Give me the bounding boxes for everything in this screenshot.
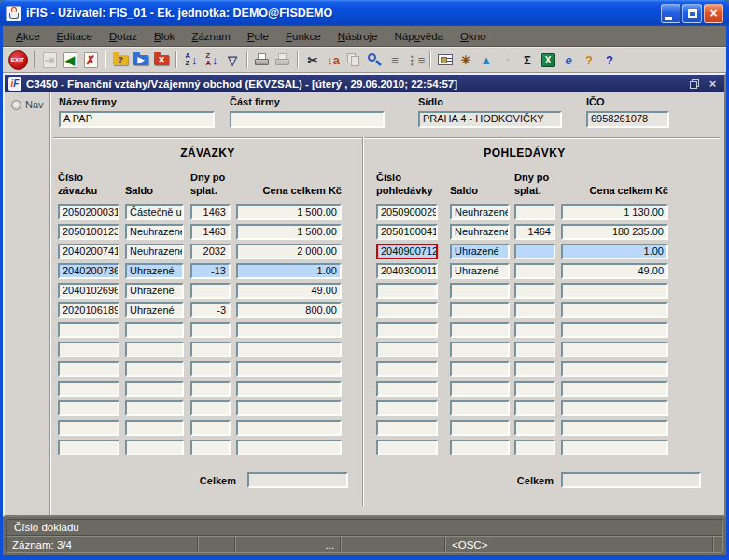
close-button[interactable]: ×: [704, 4, 723, 23]
pohledavky-row-2-cena[interactable]: 180 235.00: [561, 224, 668, 240]
pohledavky-row-7-cislo[interactable]: [376, 322, 438, 338]
exit-button[interactable]: EXIT: [6, 49, 30, 70]
pohledavky-row-3-cena[interactable]: 1.00: [561, 244, 668, 259]
maximize-button[interactable]: [682, 4, 702, 23]
pohledavky-row-1-cena[interactable]: 1 130.00: [561, 204, 668, 220]
ico-field[interactable]: 6958261078: [586, 111, 669, 128]
pohledavky-row-12-cislo[interactable]: [376, 420, 438, 436]
pohledavky-row-12-saldo[interactable]: [450, 420, 510, 436]
pohledavky-row-8-saldo[interactable]: [450, 342, 510, 357]
pohledavky-row-11-dny[interactable]: [514, 400, 555, 416]
cancel-query-icon[interactable]: ✕: [151, 49, 172, 70]
pohledavky-row-4-dny[interactable]: [514, 263, 555, 279]
menu-okno[interactable]: Okno: [452, 28, 495, 45]
mdi-restore-button[interactable]: [686, 77, 702, 91]
menu-editace[interactable]: Editace: [49, 28, 101, 45]
filter-icon[interactable]: ▽: [222, 49, 243, 70]
nazev-firmy-field[interactable]: A PAP: [59, 111, 215, 128]
pohledavky-row-10-saldo[interactable]: [450, 381, 510, 397]
view-icon[interactable]: ▲: [476, 49, 497, 70]
pohledavky-row-12-cena[interactable]: [561, 420, 668, 436]
pohledavky-row-5-saldo[interactable]: [450, 283, 510, 299]
pohledavky-row-6-cena[interactable]: [561, 302, 668, 318]
menu-napoveda[interactable]: Nápověda: [386, 28, 452, 45]
pohledavky-row-13-dny[interactable]: [514, 440, 555, 455]
pohledavky-row-2-saldo[interactable]: Neuhrazené: [450, 224, 510, 240]
pohledavky-row-9-cislo[interactable]: [376, 361, 438, 377]
pohledavky-row-3-saldo[interactable]: Uhrazené: [450, 244, 510, 259]
pohledavky-row-5-cislo[interactable]: [376, 283, 438, 299]
cast-firmy-field[interactable]: [230, 111, 385, 128]
zavazky-celkem-field[interactable]: [247, 472, 348, 488]
sort-desc-icon[interactable]: ZA↓: [202, 49, 222, 70]
pohledavky-row-11-cena[interactable]: [561, 400, 668, 416]
pohledavky-row-8-cena[interactable]: [561, 342, 668, 357]
pohledavky-row-6-saldo[interactable]: [450, 302, 510, 318]
menu-pole[interactable]: Pole: [239, 28, 277, 45]
pohledavky-row-5-dny[interactable]: [514, 283, 555, 299]
nav-radio[interactable]: Nav: [11, 99, 44, 110]
pohledavky-row-13-cena[interactable]: [561, 440, 668, 455]
pohledavky-row-7-saldo[interactable]: [450, 322, 510, 338]
pohledavky-row-2-cislo[interactable]: 2050100041: [376, 224, 438, 240]
pohledavky-row-11-cislo[interactable]: [376, 400, 438, 416]
hierarchy-icon[interactable]: ⋮≡: [405, 49, 426, 70]
pohledavky-row-7-dny[interactable]: [514, 322, 555, 338]
search-icon[interactable]: [364, 49, 385, 70]
menu-nastroje[interactable]: Nástroje: [329, 28, 386, 45]
pohledavky-row-1-saldo[interactable]: Neuhrazené: [450, 204, 510, 220]
list-values-icon[interactable]: ≡: [385, 49, 405, 70]
pohledavky-row-9-saldo[interactable]: [450, 361, 510, 377]
sidlo-field[interactable]: PRAHA 4 - HODKOVIČKY: [418, 111, 562, 128]
clock-icon[interactable]: ◔: [497, 49, 517, 70]
detail-card-icon[interactable]: [435, 49, 456, 70]
pohledavky-row-4-saldo[interactable]: Uhrazené: [450, 263, 510, 279]
excel-icon[interactable]: X: [538, 49, 558, 70]
execute-query-icon[interactable]: ▶: [131, 49, 151, 70]
pohledavky-row-13-saldo[interactable]: [450, 440, 510, 455]
insert-record-icon[interactable]: ◀: [60, 49, 80, 70]
pohledavky-row-6-dny[interactable]: [514, 302, 555, 318]
pohledavky-row-9-cena[interactable]: [561, 361, 668, 377]
pohledavky-row-3-dny[interactable]: [514, 244, 555, 259]
sort-asc-icon[interactable]: AZ↓: [181, 49, 202, 70]
sum-icon[interactable]: Σ: [517, 49, 538, 70]
cut-icon[interactable]: ✂: [302, 49, 323, 70]
helm-icon[interactable]: ✳: [456, 49, 476, 70]
copy-icon[interactable]: [343, 49, 364, 70]
help-topics-icon[interactable]: ?: [579, 49, 599, 70]
accept-icon[interactable]: ⇥: [39, 49, 60, 70]
menu-funkce[interactable]: Funkce: [277, 28, 329, 45]
pohledavky-row-10-dny[interactable]: [514, 381, 555, 397]
print-preview-icon[interactable]: [273, 49, 293, 70]
pohledavky-row-4-cena[interactable]: 49.00: [561, 263, 668, 279]
menu-akce[interactable]: Akce: [7, 28, 49, 45]
pohledavky-row-1-dny[interactable]: [514, 204, 555, 220]
pohledavky-row-1-cislo[interactable]: 2050900029: [376, 204, 438, 220]
menu-zaznam[interactable]: Záznam: [183, 28, 239, 45]
pohledavky-row-9-dny[interactable]: [514, 361, 555, 377]
pohledavky-row-8-cislo[interactable]: [376, 342, 438, 357]
help-icon[interactable]: ?: [599, 49, 620, 70]
pohledavky-row-12-dny[interactable]: [514, 420, 555, 436]
pohledavky-row-7-cena[interactable]: [561, 322, 668, 338]
pohledavky-row-3-cislo[interactable]: 2040900712: [376, 244, 438, 259]
pohledavky-row-6-cislo[interactable]: [376, 302, 438, 318]
pohledavky-row-10-cena[interactable]: [561, 381, 668, 397]
minimize-button[interactable]: [661, 4, 680, 23]
pohledavky-row-5-cena[interactable]: [561, 283, 668, 299]
enter-query-icon[interactable]: ?: [110, 49, 131, 70]
delete-record-icon[interactable]: ✗: [80, 49, 101, 70]
pohledavky-row-10-cislo[interactable]: [376, 381, 438, 397]
mdi-close-button[interactable]: ×: [705, 77, 721, 91]
print-icon[interactable]: [252, 49, 273, 70]
menu-dotaz[interactable]: Dotaz: [101, 28, 146, 45]
pohledavky-row-2-dny[interactable]: 1464: [514, 224, 555, 240]
pohledavky-row-8-dny[interactable]: [514, 342, 555, 357]
insert-text-icon[interactable]: ↓a: [323, 49, 343, 70]
pohledavky-row-13-cislo[interactable]: [376, 440, 438, 455]
pohledavky-row-4-cislo[interactable]: 2040300011: [376, 263, 438, 279]
menu-blok[interactable]: Blok: [146, 28, 183, 45]
pohledavky-row-11-saldo[interactable]: [450, 400, 510, 416]
browser-icon[interactable]: e: [558, 49, 579, 70]
